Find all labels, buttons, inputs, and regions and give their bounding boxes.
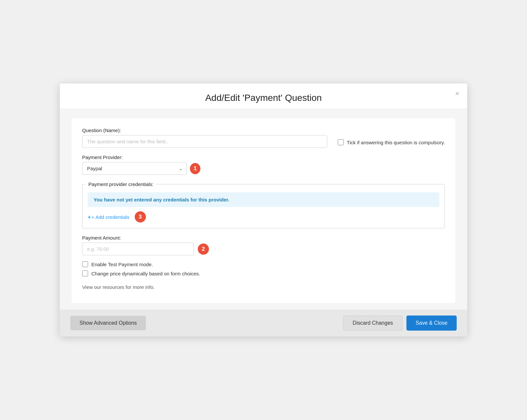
step2-badge: 2 [198, 244, 209, 255]
add-credentials-link[interactable]: ++ Add credentials [88, 214, 129, 220]
dynamic-price-row: Change price dynamically based on form c… [82, 270, 445, 276]
payment-provider-label: Payment Provider: [82, 154, 445, 160]
step3-badge: 3 [135, 211, 146, 222]
add-credentials-row: ++ Add credentials 3 [88, 212, 439, 223]
step1-badge: 1 [190, 163, 200, 174]
footer-right: Discard Changes Save & Close [343, 315, 457, 331]
credentials-legend: Payment provider credentials: [86, 181, 156, 187]
question-input[interactable] [82, 135, 327, 148]
dynamic-price-label: Change price dynamically based on form c… [91, 271, 200, 276]
modal: Add/Edit 'Payment' Question × Question (… [60, 83, 467, 337]
test-payment-row: Enable Test Payment mode. [82, 261, 445, 267]
resources-text: View our resources for more info. [82, 284, 155, 290]
discard-changes-button[interactable]: Discard Changes [343, 315, 402, 331]
modal-footer: Show Advanced Options Discard Changes Sa… [60, 310, 467, 337]
payment-amount-group: Payment Amount: 2 [82, 235, 445, 255]
show-advanced-button[interactable]: Show Advanced Options [70, 316, 146, 330]
test-payment-checkbox[interactable] [82, 261, 88, 267]
payment-provider-select[interactable]: Paypal Stripe Square [82, 162, 187, 175]
modal-header: Add/Edit 'Payment' Question × [60, 83, 467, 108]
payment-amount-label: Payment Amount: [82, 235, 445, 241]
payment-provider-group: Payment Provider: Paypal Stripe Square ⌄… [82, 154, 445, 175]
compulsory-row: Tick if answering this question is compu… [338, 128, 445, 145]
compulsory-label: Tick if answering this question is compu… [347, 140, 445, 145]
form-card: Question (Name): Tick if answering this … [72, 118, 455, 303]
footer-left: Show Advanced Options [70, 316, 146, 330]
question-row: Question (Name): Tick if answering this … [82, 128, 445, 148]
close-button[interactable]: × [455, 90, 459, 97]
test-payment-label: Enable Test Payment mode. [91, 262, 153, 267]
question-label: Question (Name): [82, 128, 327, 133]
payment-provider-select-wrapper: Paypal Stripe Square ⌄ [82, 162, 187, 175]
save-close-button[interactable]: Save & Close [406, 315, 457, 331]
modal-title: Add/Edit 'Payment' Question [205, 93, 322, 103]
resources-row: View our resources for more info. [82, 284, 445, 290]
checkboxes-section: Enable Test Payment mode. Change price d… [82, 261, 445, 276]
compulsory-checkbox[interactable] [338, 139, 344, 145]
plus-icon: + [88, 214, 91, 220]
credentials-alert: You have not yet entered any credentials… [88, 192, 439, 207]
question-group: Question (Name): [82, 128, 327, 148]
payment-amount-input[interactable] [82, 243, 194, 255]
modal-body: Question (Name): Tick if answering this … [60, 108, 467, 310]
payment-amount-input-wrap [82, 243, 194, 255]
dynamic-price-checkbox[interactable] [82, 270, 88, 276]
credentials-fieldset: Payment provider credentials: You have n… [82, 181, 445, 228]
